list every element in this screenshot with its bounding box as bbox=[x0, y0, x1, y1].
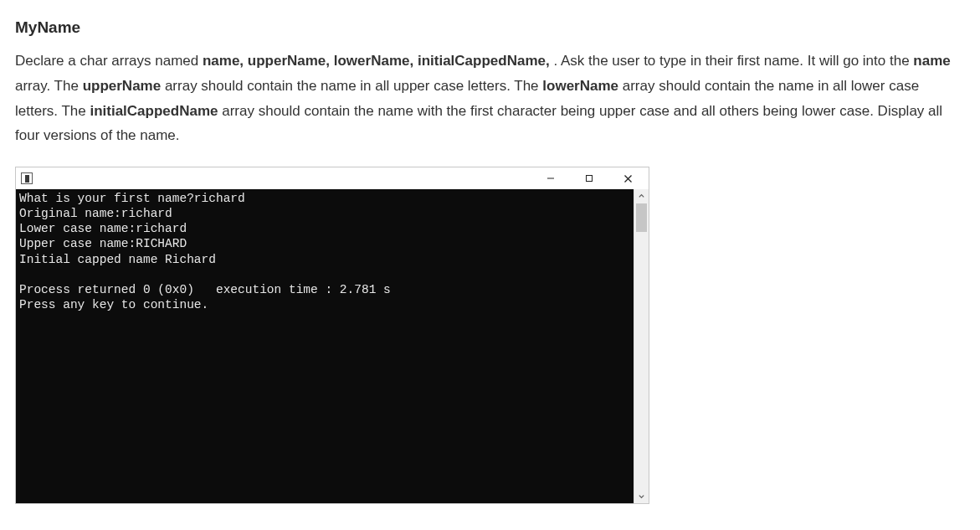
assignment-title: MyName bbox=[15, 18, 965, 37]
window-controls bbox=[531, 167, 647, 189]
minimize-button[interactable] bbox=[531, 167, 570, 189]
desc-bold-segment: upperName bbox=[83, 78, 162, 94]
maximize-button[interactable] bbox=[570, 167, 608, 189]
window-titlebar bbox=[16, 167, 649, 189]
scroll-thumb[interactable] bbox=[636, 203, 647, 232]
page-root: MyName Declare a char arrays named name,… bbox=[0, 0, 980, 529]
desc-bold-segment: name, upperName, lowerName, initialCappe… bbox=[203, 53, 553, 69]
desc-bold-segment: name bbox=[913, 53, 950, 69]
titlebar-left bbox=[21, 172, 38, 184]
scroll-down-arrow[interactable] bbox=[634, 489, 649, 503]
scroll-up-arrow[interactable] bbox=[634, 189, 649, 203]
scroll-track[interactable] bbox=[634, 203, 649, 489]
desc-text-segment: Declare a char arrays named bbox=[15, 53, 203, 69]
desc-bold-segment: initialCappedName bbox=[90, 103, 218, 119]
desc-text-segment: array. The bbox=[15, 78, 83, 94]
desc-text-segment: . Ask the user to type in their first na… bbox=[553, 53, 913, 69]
svg-rect-1 bbox=[587, 176, 593, 182]
vertical-scrollbar[interactable] bbox=[634, 189, 649, 503]
console-output: What is your first name?richard Original… bbox=[16, 189, 634, 503]
app-icon bbox=[21, 172, 33, 184]
desc-text-segment: array should contain the name in all upp… bbox=[161, 78, 542, 94]
desc-bold-segment: lowerName bbox=[542, 78, 618, 94]
assignment-description: Declare a char arrays named name, upperN… bbox=[15, 49, 965, 148]
close-button[interactable] bbox=[608, 167, 647, 189]
console-window: What is your first name?richard Original… bbox=[15, 167, 649, 504]
